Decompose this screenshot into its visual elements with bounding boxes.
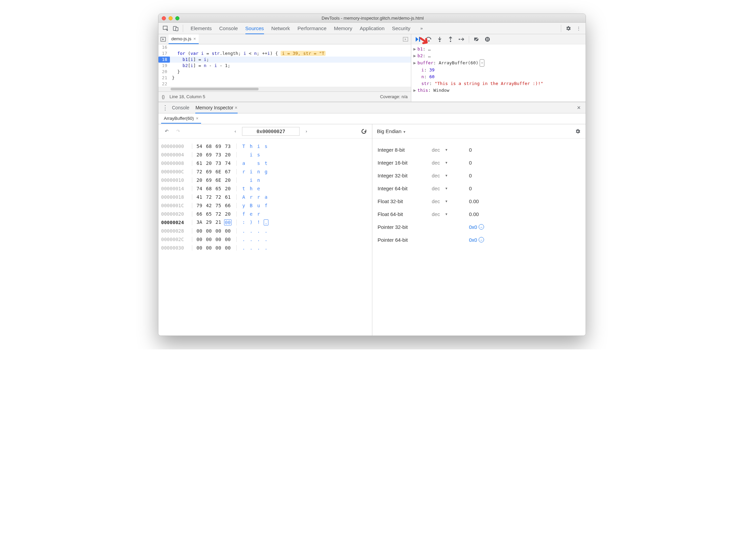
panel-tab-performance[interactable]: Performance	[298, 23, 327, 34]
window-title: DevTools - memory-inspector.glitch.me/de…	[179, 16, 566, 21]
value-settings-icon[interactable]	[575, 128, 581, 134]
refresh-icon[interactable]	[359, 127, 369, 136]
scope-variables[interactable]: ▶b1: …▶b2: …▶buffer: ArrayBuffer(60)⋯ i:…	[411, 44, 586, 102]
value-row: Integer 8-bitdec▾0	[378, 143, 581, 156]
titlebar: DevTools - memory-inspector.glitch.me/de…	[158, 14, 586, 23]
minimize-window-button[interactable]	[169, 16, 173, 20]
panel-tab-network[interactable]: Network	[271, 23, 290, 34]
drawer-tab-memory-inspector[interactable]: Memory Inspector ×	[195, 103, 237, 113]
drawer-tabs: ConsoleMemory Inspector ×	[172, 103, 238, 113]
zoom-window-button[interactable]	[175, 16, 179, 20]
code-editor-pane: demo-js.js × 1617 for (var i = str.lengt…	[158, 34, 411, 102]
deactivate-breakpoints-button[interactable]	[472, 35, 481, 44]
drawer-menu-icon[interactable]: ⋮	[161, 104, 169, 111]
svg-point-6	[428, 40, 430, 42]
svg-rect-0	[163, 26, 167, 29]
panel-tab-elements[interactable]: Elements	[191, 23, 212, 34]
mode-select[interactable]: dec	[432, 173, 440, 178]
device-toolbar-icon[interactable]	[171, 23, 181, 34]
memory-tab-label: ArrayBuffer(60)	[164, 116, 194, 121]
step-button[interactable]	[457, 35, 466, 44]
horizontal-scrollbar[interactable]	[158, 87, 411, 91]
panel-tab-console[interactable]: Console	[219, 23, 238, 34]
close-drawer-icon[interactable]: ×	[575, 104, 583, 111]
svg-point-7	[439, 41, 440, 42]
hex-viewer[interactable]: 0000000054686973This0000000420697320 is …	[158, 138, 372, 336]
traffic-lights	[162, 16, 179, 20]
page-back-icon[interactable]: ‹	[231, 127, 240, 136]
editor-status-bar: {} Line 18, Column 5 Coverage: n/a	[158, 91, 411, 102]
address-input[interactable]	[242, 127, 300, 136]
svg-point-9	[459, 39, 460, 40]
svg-rect-12	[486, 38, 487, 41]
mode-select[interactable]: dec	[432, 147, 440, 153]
value-row: Pointer 32-bit0x0 →	[378, 220, 581, 233]
svg-rect-2	[176, 27, 178, 31]
close-window-button[interactable]	[162, 16, 166, 20]
panel-tab-sources[interactable]: Sources	[245, 23, 264, 34]
pointer-jump[interactable]: 0x0 →	[469, 237, 484, 243]
inspect-element-icon[interactable]	[160, 23, 171, 34]
value-table: Integer 8-bitdec▾0Integer 16-bitdec▾0Int…	[372, 138, 586, 251]
settings-icon[interactable]	[563, 23, 573, 34]
hex-viewer-pane: ↶ ↷ ‹ › 0000000054686973This000000042069…	[158, 124, 372, 336]
memory-inspector-body: ↶ ↷ ‹ › 0000000054686973This000000042069…	[158, 124, 586, 336]
value-row: Float 64-bitdec▾0.00	[378, 208, 581, 220]
step-out-button[interactable]	[446, 35, 455, 44]
mode-select[interactable]: dec	[432, 186, 440, 191]
sources-panel: demo-js.js × 1617 for (var i = str.lengt…	[158, 34, 586, 102]
coverage-status: Coverage: n/a	[380, 94, 408, 99]
close-icon[interactable]: ×	[196, 116, 199, 121]
file-tabs: demo-js.js ×	[158, 34, 411, 44]
panel-tab-security[interactable]: Security	[392, 23, 410, 34]
mode-select[interactable]: dec	[432, 160, 440, 166]
debugger-toolbar: ➜	[411, 34, 586, 44]
pretty-print-icon[interactable]: {}	[162, 94, 165, 99]
value-row: Integer 64-bitdec▾0	[378, 182, 581, 195]
panel-tabs: ElementsConsoleSourcesNetworkPerformance…	[191, 23, 410, 34]
drawer-header: ⋮ ConsoleMemory Inspector × ×	[158, 102, 586, 113]
debugger-pane: ➜ ▶b1: …▶b2: …▶buffer: ArrayBuffer(60)⋯ …	[411, 34, 586, 102]
history-back-icon[interactable]: ↶	[162, 127, 171, 136]
mode-select[interactable]: dec	[432, 198, 440, 204]
more-tabs-icon[interactable]: »	[416, 23, 426, 34]
value-interpreter-header: Big Endian▾	[372, 124, 586, 138]
devtools-window: DevTools - memory-inspector.glitch.me/de…	[158, 14, 586, 336]
svg-point-8	[450, 41, 451, 42]
value-row: Integer 32-bitdec▾0	[378, 169, 581, 182]
memory-tab-arraybuffer[interactable]: ArrayBuffer(60) ×	[161, 114, 201, 124]
endian-select[interactable]: Big Endian▾	[377, 128, 406, 134]
drawer-tab-console[interactable]: Console	[172, 103, 189, 113]
svg-rect-13	[488, 38, 488, 41]
snippets-run-icon[interactable]	[403, 37, 411, 42]
navigator-toggle-icon[interactable]	[160, 37, 169, 42]
pointer-jump[interactable]: 0x0 →	[469, 224, 484, 230]
cursor-position: Line 18, Column 5	[170, 94, 205, 99]
code-editor[interactable]: 1617 for (var i = str.length; i < n; ++i…	[158, 44, 411, 87]
history-forward-icon[interactable]: ↷	[173, 127, 183, 136]
resume-button[interactable]	[413, 35, 423, 44]
kebab-menu-icon[interactable]: ⋮	[573, 23, 584, 34]
hex-nav: ↶ ↷ ‹ ›	[158, 124, 372, 138]
step-into-button[interactable]	[435, 35, 444, 44]
panel-tab-application[interactable]: Application	[360, 23, 385, 34]
svg-rect-5	[419, 37, 420, 42]
value-row: Pointer 64-bit0x0 →	[378, 233, 581, 246]
file-tab-label: demo-js.js	[171, 36, 191, 41]
close-icon[interactable]: ×	[193, 36, 196, 41]
value-row: Integer 16-bitdec▾0	[378, 156, 581, 169]
panel-tab-memory[interactable]: Memory	[334, 23, 352, 34]
mode-select[interactable]: dec	[432, 211, 440, 217]
page-forward-icon[interactable]: ›	[302, 127, 311, 136]
file-tab-demo-js[interactable]: demo-js.js ×	[169, 34, 199, 44]
pause-on-exceptions-button[interactable]	[483, 35, 492, 44]
svg-point-11	[485, 37, 490, 42]
memory-inspector-tabs: ArrayBuffer(60) ×	[158, 113, 586, 124]
step-over-button[interactable]	[424, 35, 434, 44]
value-row: Float 32-bitdec▾0.00	[378, 195, 581, 208]
main-toolbar: ElementsConsoleSourcesNetworkPerformance…	[158, 23, 586, 34]
value-interpreter-pane: Big Endian▾ Integer 8-bitdec▾0Integer 16…	[372, 124, 586, 336]
